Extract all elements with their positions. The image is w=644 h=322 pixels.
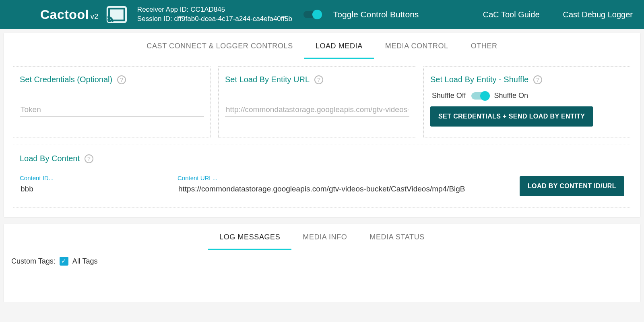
toggle-control-buttons-label: Toggle Control Buttons [333,10,419,19]
cast-debug-logger-link[interactable]: Cast Debug Logger [563,10,633,19]
tab-media-control[interactable]: Media Control [374,33,460,59]
help-icon[interactable]: ? [117,75,126,84]
card-load-by-content: Load By Content ? Content ID... Content … [13,145,631,208]
tab-cast-connect[interactable]: Cast Connect & Logger Controls [135,33,304,59]
app-header: Cactool v2 Receiver App ID: CC1AD845 Ses… [0,0,644,29]
card-title-load-by-content: Load By Content [20,154,80,163]
toggle-control-buttons-switch[interactable] [303,11,320,18]
logo-version: v2 [91,12,99,21]
card-title-shuffle: Set Load By Entity - Shuffle [430,75,528,84]
main-panel: Cast Connect & Logger Controls Load Medi… [4,33,640,217]
cac-tool-guide-link[interactable]: CaC Tool Guide [483,10,540,19]
card-title-entity-url: Set Load By Entity URL [225,75,310,84]
help-icon[interactable]: ? [533,75,542,84]
toggle-knob [480,91,490,101]
content-url-label: Content URL... [178,175,507,181]
content-url-input[interactable] [178,182,507,196]
tab-log-messages[interactable]: Log Messages [208,224,291,250]
app-logo-text: Cactool v2 [40,7,99,22]
session-id: Session ID: dff9fab0-dcea-4c17-a244-ca4e… [137,15,292,24]
card-title-credentials: Set Credentials (Optional) [20,75,112,84]
card-set-credentials: Set Credentials (Optional) ? [13,66,211,137]
session-info: Receiver App ID: CC1AD845 Session ID: df… [137,5,292,24]
content-id-input[interactable] [20,182,165,196]
tab-media-status[interactable]: Media Status [358,224,436,250]
shuffle-toggle[interactable] [471,92,488,100]
main-tabs: Cast Connect & Logger Controls Load Medi… [4,33,640,59]
toggle-knob [312,10,322,19]
receiver-app-id: Receiver App ID: CC1AD845 [137,5,292,15]
tab-media-info[interactable]: Media Info [291,224,358,250]
log-tabs: Log Messages Media Info Media Status [4,224,640,250]
content-id-label: Content ID... [20,175,165,181]
custom-tags-label: Custom Tags: [11,257,56,266]
shuffle-off-label: Shuffle Off [432,91,466,100]
help-icon[interactable]: ? [314,75,323,84]
help-icon[interactable]: ? [85,154,93,163]
cast-icon[interactable] [106,6,128,23]
entity-url-input[interactable] [225,103,409,117]
set-credentials-send-load-button[interactable]: SET CREDENTIALS + SEND LOAD BY ENTITY [430,106,593,127]
load-by-content-button[interactable]: LOAD BY CONTENT ID/URL [520,176,624,196]
shuffle-on-label: Shuffle On [494,91,528,100]
tab-other[interactable]: Other [460,33,509,59]
card-load-by-entity-url: Set Load By Entity URL ? [218,66,416,137]
all-tags-checkbox[interactable]: ✓ [60,257,68,266]
all-tags-label: All Tags [72,257,98,266]
tab-load-media[interactable]: Load Media [304,33,374,59]
logo-name: Cactool [40,7,89,22]
log-panel: Log Messages Media Info Media Status Cus… [4,224,640,302]
token-input[interactable] [20,103,204,117]
svg-point-2 [107,20,109,22]
card-load-by-entity-shuffle: Set Load By Entity - Shuffle ? Shuffle O… [423,66,631,137]
